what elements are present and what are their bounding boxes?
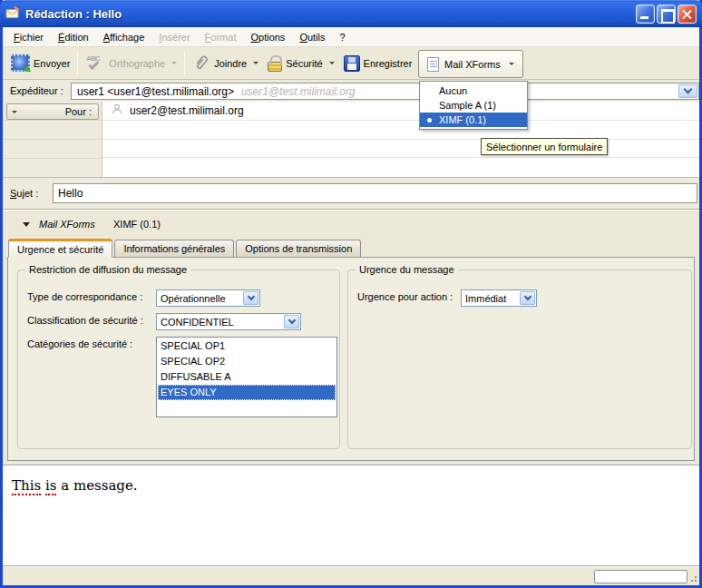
chevron-down-icon bbox=[509, 63, 514, 65]
send-button-label: Envoyer bbox=[34, 58, 70, 69]
urgency-action-value: Immédiat bbox=[465, 293, 506, 304]
save-button[interactable]: Enregistrer bbox=[339, 54, 429, 74]
toolbar-separator bbox=[77, 51, 78, 75]
categories-label: Catégories de sécurité : bbox=[27, 338, 132, 349]
recipient-type-column: Pour : bbox=[3, 102, 102, 177]
floppy-icon bbox=[344, 55, 360, 72]
list-item[interactable]: DIFFUSABLE A bbox=[158, 369, 336, 385]
attach-button[interactable]: Joindre bbox=[188, 52, 263, 75]
resize-grip-icon[interactable] bbox=[687, 573, 697, 583]
list-item[interactable]: SPECIAL OP1 bbox=[158, 338, 336, 354]
misspelled-word: This bbox=[12, 477, 41, 495]
spellcheck-icon: ABC bbox=[85, 54, 105, 73]
recipient-type-label: Pour : bbox=[17, 106, 93, 117]
recipient-address: user2@test.milimail.org bbox=[130, 104, 244, 117]
lock-icon bbox=[268, 62, 282, 72]
from-value: user1 <user1@test.milimail.org> bbox=[77, 85, 234, 98]
menu-item-ximf[interactable]: XIMF (0.1) bbox=[420, 113, 527, 127]
send-button[interactable]: Envoyer bbox=[6, 53, 74, 74]
tab-options-transmission[interactable]: Options de transmission bbox=[236, 240, 361, 257]
statusbar bbox=[3, 566, 699, 585]
list-item-empty[interactable] bbox=[158, 400, 336, 416]
menu-item-ximf-label: XIMF (0.1) bbox=[439, 114, 486, 125]
menu-edition[interactable]: Édition bbox=[51, 28, 96, 46]
compose-window: Rédaction : Hello Fichier Édition Affich… bbox=[0, 0, 702, 588]
subject-label: Sujet : bbox=[10, 188, 38, 199]
menu-affichage[interactable]: Affichage bbox=[96, 28, 152, 46]
chevron-down-icon bbox=[171, 62, 177, 64]
list-item[interactable]: SPECIAL OP2 bbox=[158, 354, 336, 369]
recipient-row-empty[interactable] bbox=[102, 140, 699, 159]
list-item-selected[interactable]: EYES ONLY bbox=[158, 385, 336, 400]
restriction-groupbox: Restriction de diffusion du message Type… bbox=[17, 270, 340, 449]
attach-button-label: Joindre bbox=[214, 58, 247, 69]
menu-inserer: Insérer bbox=[151, 28, 197, 46]
from-dropdown-button[interactable] bbox=[678, 84, 697, 98]
type-correspondance-select[interactable]: Opérationnelle bbox=[156, 289, 260, 307]
message-body-editor[interactable]: This is a message. bbox=[3, 465, 699, 566]
xforms-section-label: Mail XForms bbox=[39, 219, 113, 230]
chevron-down-icon bbox=[247, 293, 254, 300]
xforms-form-name: XIMF (0.1) bbox=[113, 219, 161, 230]
misspelled-word: is bbox=[45, 477, 57, 495]
recipient-row-empty[interactable] bbox=[102, 158, 699, 177]
menu-options[interactable]: Options bbox=[243, 28, 292, 46]
recipient-type-button[interactable]: Pour : bbox=[6, 103, 99, 120]
window-title: Rédaction : Hello bbox=[25, 7, 636, 21]
progress-meter bbox=[594, 570, 687, 583]
menubar: Fichier Édition Affichage Insérer Format… bbox=[3, 27, 699, 47]
collapse-triangle-icon[interactable] bbox=[23, 222, 30, 227]
xforms-header: Mail XForms XIMF (0.1) bbox=[3, 210, 699, 238]
classification-dropdown-button[interactable] bbox=[284, 315, 299, 328]
minimize-button[interactable] bbox=[636, 5, 655, 24]
type-correspondance-label: Type de correspondance : bbox=[27, 291, 142, 302]
menu-fichier[interactable]: Fichier bbox=[6, 28, 51, 46]
mail-xforms-button[interactable]: Mail XForms bbox=[418, 50, 523, 78]
type-correspondance-value: Opérationnelle bbox=[161, 293, 226, 304]
selected-bullet-icon bbox=[427, 118, 432, 122]
titlebar[interactable]: Rédaction : Hello bbox=[0, 0, 702, 27]
xforms-tabs: Urgence et sécurité Informations général… bbox=[3, 238, 699, 257]
forms-dropdown-menu: Aucun Sample A (1) XIMF (0.1) bbox=[419, 81, 528, 130]
recipient-row-empty[interactable] bbox=[102, 121, 699, 140]
subject-input[interactable] bbox=[53, 183, 697, 203]
urgency-legend: Urgence du message bbox=[356, 264, 458, 275]
save-button-label: Enregistrer bbox=[364, 58, 413, 69]
send-icon bbox=[11, 54, 30, 72]
menu-format: Format bbox=[198, 28, 244, 46]
from-combobox[interactable]: user1 <user1@test.milimail.org> user1@te… bbox=[71, 83, 699, 100]
menu-outils[interactable]: Outils bbox=[292, 28, 332, 46]
toolbar: Envoyer ABC Orthographe Joindre Sécurité… bbox=[3, 47, 699, 80]
person-icon bbox=[112, 103, 122, 117]
from-hint: user1@test.milimail.org bbox=[241, 85, 356, 98]
spellcheck-button: ABC Orthographe bbox=[81, 53, 181, 74]
recipient-rows: user2@test.milimail.org bbox=[102, 102, 699, 177]
categories-listbox[interactable]: SPECIAL OP1 SPECIAL OP2 DIFFUSABLE A EYE… bbox=[156, 337, 337, 417]
chevron-down-icon bbox=[523, 293, 531, 300]
from-row: Expéditeur : user1 <user1@test.milimail.… bbox=[3, 80, 699, 102]
urgency-action-select[interactable]: Immédiat bbox=[461, 289, 537, 307]
maximize-button[interactable] bbox=[657, 5, 676, 24]
classification-select[interactable]: CONFIDENTIEL bbox=[156, 313, 301, 330]
recipient-row[interactable]: user2@test.milimail.org bbox=[102, 102, 699, 121]
tab-urgence-securite[interactable]: Urgence et sécurité bbox=[8, 239, 112, 258]
chevron-down-icon bbox=[253, 62, 258, 64]
restriction-legend: Restriction de diffusion du message bbox=[25, 264, 190, 275]
menu-aide[interactable]: ? bbox=[333, 28, 353, 46]
classification-value: CONFIDENTIEL bbox=[161, 317, 234, 328]
urgency-dropdown-button[interactable] bbox=[520, 291, 535, 305]
menu-item-sample-a[interactable]: Sample A (1) bbox=[420, 98, 527, 113]
type-dropdown-button[interactable] bbox=[243, 291, 258, 305]
menu-item-aucun[interactable]: Aucun bbox=[420, 83, 527, 98]
chevron-down-icon bbox=[288, 317, 295, 324]
urgency-action-label: Urgence pour action : bbox=[357, 291, 453, 302]
tab-informations-generales[interactable]: Informations générales bbox=[114, 240, 234, 257]
tooltip: Sélectionner un formulaire bbox=[481, 138, 608, 155]
close-button[interactable] bbox=[678, 5, 697, 24]
security-button[interactable]: Sécurité bbox=[263, 53, 338, 74]
paperclip-icon bbox=[192, 54, 210, 74]
chevron-down-icon bbox=[684, 85, 693, 94]
classification-label: Classification de sécurité : bbox=[27, 315, 143, 326]
subject-row: Sujet : bbox=[3, 178, 699, 210]
form-document-icon bbox=[427, 57, 439, 72]
